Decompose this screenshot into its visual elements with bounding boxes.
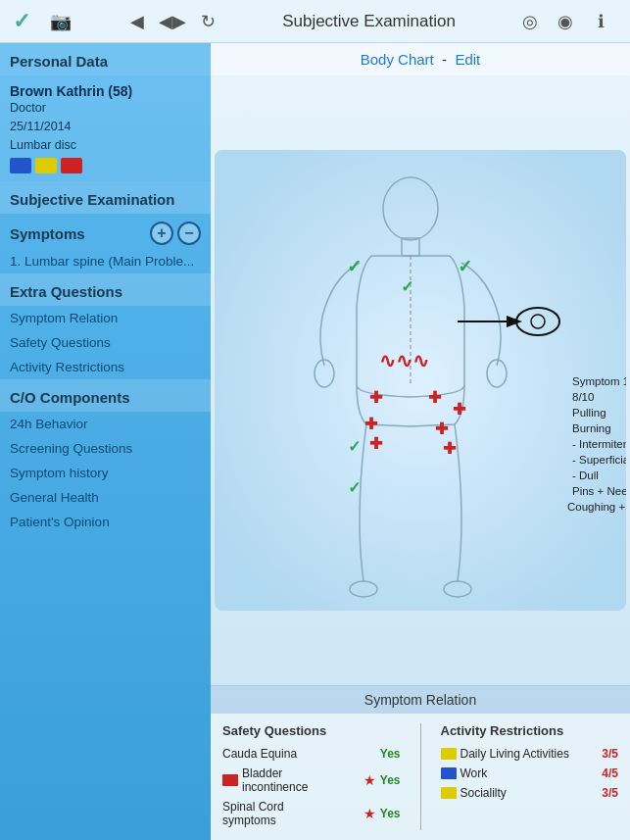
remove-symptom-button[interactable]: − (177, 222, 201, 245)
svg-text:Pins + Needles: Pins + Needles (572, 485, 626, 497)
work-label: Work (460, 766, 488, 780)
camera-button[interactable]: 📷 (47, 8, 74, 35)
table-row: Cauda Equina Yes (222, 744, 401, 764)
co-components-header: C/O Components (0, 379, 211, 412)
subjective-exam-header: Subjective Examination (0, 181, 211, 214)
svg-text:✚: ✚ (364, 416, 378, 432)
daily-living-score: 3/5 (602, 747, 618, 761)
svg-text:Symptom 1: Symptom 1 (572, 375, 626, 387)
flag-yellow-small-icon (441, 748, 457, 760)
edit-link[interactable]: Edit (455, 51, 480, 68)
sociality-label: Socialilty (460, 786, 507, 800)
body-svg-container: ✓ ✓ ✓ ∿∿∿ ✚ ✚ ✚ ✚ ✚ ✚ ✚ ✓ (215, 150, 626, 611)
target-icon[interactable]: ◉ (552, 8, 579, 35)
flag-yellow-icon (35, 158, 57, 173)
table-divider (420, 723, 421, 830)
svg-text:Burning: Burning (572, 422, 611, 434)
spinal-cord-label: Spinal Cordsymptoms (222, 800, 284, 827)
svg-text:✓: ✓ (348, 438, 361, 455)
svg-text:∿∿∿: ∿∿∿ (379, 350, 429, 371)
bladder-star-icon: ★ (363, 772, 376, 788)
sidebar-item-symptom-relation[interactable]: Symptom Relation (0, 306, 211, 330)
bottom-table: Safety Questions Cauda Equina Yes Bladde… (211, 714, 630, 840)
flags-container (10, 158, 201, 173)
svg-text:✚: ✚ (453, 401, 466, 418)
table-row: Daily Living Activities 3/5 (441, 744, 619, 764)
patient-date: 25/11/2014 (10, 118, 201, 136)
svg-text:Coughing + Sneezing: Coughing + Sneezing (567, 501, 626, 513)
top-bar-left-actions: ✓ 📷 (8, 8, 116, 35)
body-chart-svg: ✓ ✓ ✓ ∿∿∿ ✚ ✚ ✚ ✚ ✚ ✚ ✚ ✓ (215, 150, 626, 611)
sync-icon[interactable]: ◎ (516, 8, 544, 35)
svg-text:8/10: 8/10 (572, 391, 594, 403)
cauda-equina-answer: Yes (380, 747, 401, 761)
patient-role: Doctor (10, 99, 201, 118)
svg-text:✓: ✓ (347, 257, 362, 276)
table-row: Bladderincontinence ★ Yes (222, 764, 401, 797)
flag-blue-small-icon (441, 767, 457, 779)
svg-text:✚: ✚ (369, 435, 383, 452)
right-panel: Body Chart - Edit (211, 43, 630, 840)
svg-text:✓: ✓ (458, 257, 472, 276)
nav-button[interactable]: ◀▶ (159, 8, 186, 35)
flag-yellow-small-icon2 (441, 787, 457, 799)
top-bar-nav: ◀ ◀▶ ↻ Subjective Examination ◎ ◉ ℹ (116, 8, 622, 35)
sidebar-item-24h-behavior[interactable]: 24h Behavior (0, 412, 211, 436)
add-symptom-button[interactable]: + (150, 222, 173, 245)
sidebar-item-general-health[interactable]: General Health (0, 485, 211, 510)
sidebar-item-screening-questions[interactable]: Screening Questions (0, 436, 211, 461)
body-chart-title: Body Chart (361, 51, 434, 68)
symptoms-header: Symptoms (10, 225, 146, 242)
sidebar-item-symptom[interactable]: 1. Lumbar spine (Main Proble... (0, 249, 211, 273)
safety-questions-col: Safety Questions Cauda Equina Yes Bladde… (222, 723, 401, 830)
patient-condition: Lumbar disc (10, 136, 201, 155)
work-score: 4/5 (602, 766, 618, 780)
page-title: Subjective Examination (229, 12, 509, 31)
sociality-score: 3/5 (602, 786, 618, 800)
activity-restrictions-header: Activity Restrictions (441, 723, 619, 738)
daily-living-label: Daily Living Activities (460, 747, 569, 761)
body-chart-area: ✓ ✓ ✓ ∿∿∿ ✚ ✚ ✚ ✚ ✚ ✚ ✚ ✓ (211, 75, 630, 685)
svg-text:✚: ✚ (443, 440, 457, 457)
safety-questions-header: Safety Questions (222, 723, 401, 738)
spinal-cord-star-icon: ★ (363, 806, 376, 821)
refresh-button[interactable]: ↻ (194, 8, 221, 35)
spinal-cord-answer: Yes (380, 807, 401, 820)
sidebar-item-activity-restrictions[interactable]: Activity Restrictions (0, 355, 211, 379)
info-icon[interactable]: ℹ (587, 8, 614, 35)
svg-text:✓: ✓ (401, 278, 413, 295)
top-bar: ✓ 📷 ◀ ◀▶ ↻ Subjective Examination ◎ ◉ ℹ (0, 0, 630, 43)
body-chart-header: Body Chart - Edit (211, 43, 630, 75)
svg-rect-0 (215, 150, 626, 611)
svg-text:- Superficial: - Superficial (572, 454, 626, 466)
check-button[interactable]: ✓ (8, 8, 35, 35)
svg-text:✚: ✚ (369, 389, 383, 406)
table-row: Work 4/5 (441, 764, 619, 783)
activity-restrictions-col: Activity Restrictions Daily Living Activ… (441, 723, 619, 830)
svg-text:✓: ✓ (348, 479, 361, 496)
back-button[interactable]: ◀ (123, 8, 151, 35)
svg-text:Pulling: Pulling (572, 407, 606, 419)
symptoms-row: Symptoms + − (0, 214, 211, 249)
cauda-equina-label: Cauda Equina (222, 747, 297, 761)
flag-red-icon (61, 158, 82, 173)
personal-data-header: Personal Data (0, 43, 211, 75)
extra-questions-header: Extra Questions (0, 273, 211, 306)
sidebar-item-symptom-history[interactable]: Symptom history (0, 461, 211, 485)
flag-red-small-icon (222, 774, 238, 786)
sidebar-item-safety-questions[interactable]: Safety Questions (0, 330, 211, 355)
table-row: Socialilty 3/5 (441, 783, 619, 803)
bladder-answer: Yes (380, 773, 401, 787)
personal-data-section: Brown Kathrin (58) Doctor 25/11/2014 Lum… (0, 75, 211, 181)
bladder-label: Bladderincontinence (242, 766, 308, 794)
main-content: Personal Data Brown Kathrin (58) Doctor … (0, 43, 630, 840)
svg-text:✚: ✚ (435, 420, 449, 437)
svg-text:- Dull: - Dull (572, 469, 599, 481)
flag-blue-icon (10, 158, 31, 173)
svg-text:✚: ✚ (428, 389, 442, 406)
sidebar: Personal Data Brown Kathrin (58) Doctor … (0, 43, 211, 840)
sidebar-item-patients-opinion[interactable]: Patient's Opinion (0, 510, 211, 534)
symptom-relation-bar: Symptom Relation (211, 685, 630, 714)
table-row: Spinal Cordsymptoms ★ Yes (222, 797, 401, 830)
svg-text:- Intermitent: - Intermitent (572, 438, 626, 450)
